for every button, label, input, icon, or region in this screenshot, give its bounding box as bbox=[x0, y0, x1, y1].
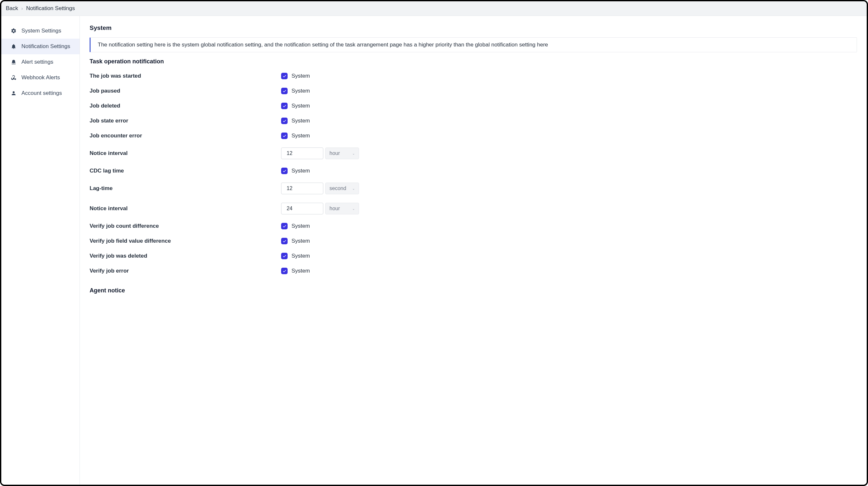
select-lag-time-unit[interactable]: second ⌄ bbox=[325, 182, 359, 194]
chevron-down-icon: ⌄ bbox=[352, 187, 355, 190]
user-icon bbox=[10, 90, 17, 96]
checkbox-label: System bbox=[291, 253, 310, 259]
siren-icon bbox=[10, 59, 17, 65]
agent-section: Agent notice bbox=[90, 287, 857, 294]
main-content: System The notification setting here is … bbox=[80, 16, 867, 485]
label-job-deleted: Job deleted bbox=[90, 103, 281, 109]
control-verify-error: System bbox=[281, 268, 310, 274]
row-cdc-lag-time: CDC lag time System bbox=[90, 168, 857, 174]
label-notice-interval-1: Notice interval bbox=[90, 150, 281, 156]
sidebar-item-label: System Settings bbox=[22, 28, 61, 34]
gear-icon bbox=[10, 28, 17, 34]
body: System Settings Notification Settings Al… bbox=[1, 16, 867, 485]
checkbox-label: System bbox=[291, 268, 310, 274]
control-job-paused: System bbox=[281, 88, 310, 94]
control-verify-deleted: System bbox=[281, 253, 310, 259]
label-verify-error: Verify job error bbox=[90, 268, 281, 274]
label-notice-interval-2: Notice interval bbox=[90, 205, 281, 212]
row-notice-interval-1: Notice interval hour ⌄ bbox=[90, 147, 857, 159]
row-job-started: The job was started System bbox=[90, 73, 857, 79]
select-notice-interval-2-unit[interactable]: hour ⌄ bbox=[325, 203, 359, 215]
chevron-right-icon: › bbox=[22, 6, 23, 11]
sub-title-task-notification: Task operation notification bbox=[90, 58, 857, 65]
checkbox-job-paused[interactable] bbox=[281, 88, 288, 94]
label-verify-count-diff: Verify job count difference bbox=[90, 223, 281, 229]
checkbox-job-started[interactable] bbox=[281, 73, 288, 79]
row-verify-count-diff: Verify job count difference System bbox=[90, 223, 857, 229]
row-lag-time: Lag-time second ⌄ bbox=[90, 182, 857, 194]
control-verify-count-diff: System bbox=[281, 223, 310, 229]
sidebar-item-label: Alert settings bbox=[22, 59, 53, 65]
sidebar-item-notification-settings[interactable]: Notification Settings bbox=[1, 39, 80, 54]
label-verify-field-diff: Verify job field value difference bbox=[90, 238, 281, 244]
unit-label: hour bbox=[330, 206, 340, 211]
row-notice-interval-2: Notice interval hour ⌄ bbox=[90, 203, 857, 215]
row-verify-error: Verify job error System bbox=[90, 268, 857, 274]
row-verify-deleted: Verify job was deleted System bbox=[90, 253, 857, 259]
info-banner: The notification setting here is the sys… bbox=[90, 37, 857, 52]
checkbox-job-state-error[interactable] bbox=[281, 118, 288, 124]
checkbox-label: System bbox=[291, 223, 310, 229]
row-job-paused: Job paused System bbox=[90, 88, 857, 94]
control-notice-interval-2: hour ⌄ bbox=[281, 203, 359, 215]
select-notice-interval-1-unit[interactable]: hour ⌄ bbox=[325, 147, 359, 159]
label-cdc-lag-time: CDC lag time bbox=[90, 168, 281, 174]
checkbox-job-deleted[interactable] bbox=[281, 103, 288, 109]
sidebar-item-alert-settings[interactable]: Alert settings bbox=[1, 54, 80, 70]
row-job-state-error: Job state error System bbox=[90, 118, 857, 124]
app-frame: Back › Notification Settings System Sett… bbox=[0, 0, 868, 486]
breadcrumb: Back › Notification Settings bbox=[1, 1, 867, 16]
checkbox-cdc-lag-time[interactable] bbox=[281, 168, 288, 174]
row-job-deleted: Job deleted System bbox=[90, 103, 857, 109]
input-notice-interval-2[interactable] bbox=[281, 203, 323, 215]
control-job-started: System bbox=[281, 73, 310, 79]
webhook-icon bbox=[10, 75, 17, 81]
row-verify-field-diff: Verify job field value difference System bbox=[90, 238, 857, 244]
checkbox-label: System bbox=[291, 88, 310, 94]
control-verify-field-diff: System bbox=[281, 238, 310, 244]
sub-title-agent-notice: Agent notice bbox=[90, 287, 857, 294]
row-job-encounter-error: Job encounter error System bbox=[90, 133, 857, 139]
input-lag-time[interactable] bbox=[281, 182, 323, 194]
checkbox-verify-deleted[interactable] bbox=[281, 253, 288, 259]
control-notice-interval-1: hour ⌄ bbox=[281, 147, 359, 159]
label-job-paused: Job paused bbox=[90, 88, 281, 94]
control-cdc-lag-time: System bbox=[281, 168, 310, 174]
back-link[interactable]: Back bbox=[6, 5, 18, 12]
bell-icon bbox=[10, 43, 17, 50]
checkbox-label: System bbox=[291, 118, 310, 124]
label-job-encounter-error: Job encounter error bbox=[90, 133, 281, 139]
label-lag-time: Lag-time bbox=[90, 185, 281, 192]
sidebar-item-label: Notification Settings bbox=[22, 43, 70, 50]
chevron-down-icon: ⌄ bbox=[352, 207, 355, 210]
checkbox-label: System bbox=[291, 168, 310, 174]
unit-label: hour bbox=[330, 150, 340, 156]
label-job-started: The job was started bbox=[90, 73, 281, 79]
checkbox-label: System bbox=[291, 238, 310, 244]
sidebar: System Settings Notification Settings Al… bbox=[1, 16, 80, 485]
checkbox-verify-field-diff[interactable] bbox=[281, 238, 288, 244]
chevron-down-icon: ⌄ bbox=[352, 152, 355, 155]
checkbox-label: System bbox=[291, 103, 310, 109]
checkbox-verify-count-diff[interactable] bbox=[281, 223, 288, 229]
control-job-deleted: System bbox=[281, 103, 310, 109]
input-notice-interval-1[interactable] bbox=[281, 147, 323, 159]
control-job-state-error: System bbox=[281, 118, 310, 124]
section-title: System bbox=[90, 24, 857, 31]
breadcrumb-current: Notification Settings bbox=[26, 5, 75, 12]
checkbox-label: System bbox=[291, 73, 310, 79]
unit-label: second bbox=[330, 185, 346, 191]
sidebar-item-system-settings[interactable]: System Settings bbox=[1, 23, 80, 39]
sidebar-item-account-settings[interactable]: Account settings bbox=[1, 85, 80, 101]
sidebar-item-webhook-alerts[interactable]: Webhook Alerts bbox=[1, 70, 80, 85]
label-verify-deleted: Verify job was deleted bbox=[90, 253, 281, 259]
label-job-state-error: Job state error bbox=[90, 118, 281, 124]
checkbox-verify-error[interactable] bbox=[281, 268, 288, 274]
checkbox-job-encounter-error[interactable] bbox=[281, 133, 288, 139]
control-lag-time: second ⌄ bbox=[281, 182, 359, 194]
info-text: The notification setting here is the sys… bbox=[98, 41, 548, 48]
control-job-encounter-error: System bbox=[281, 133, 310, 139]
checkbox-label: System bbox=[291, 133, 310, 139]
sidebar-item-label: Account settings bbox=[22, 90, 62, 96]
sidebar-item-label: Webhook Alerts bbox=[22, 75, 60, 81]
